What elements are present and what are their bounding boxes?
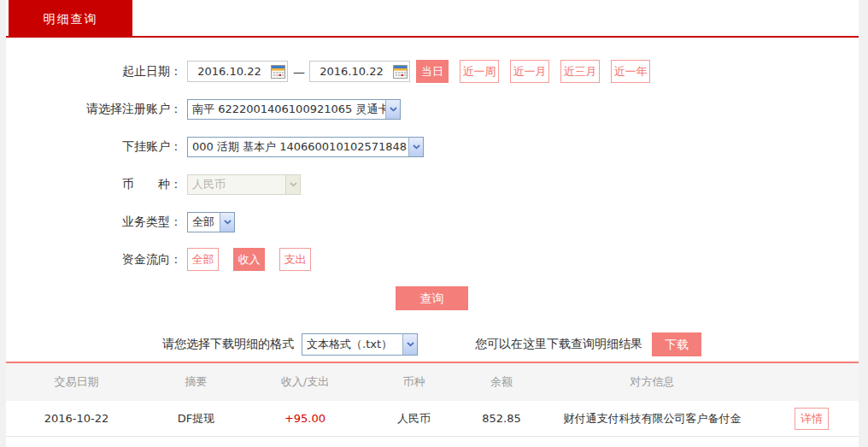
header-trade-date: 交易日期 — [6, 374, 147, 390]
end-date-field[interactable] — [309, 61, 410, 82]
business-type-row: 业务类型： 全部 — [6, 210, 859, 233]
quick-range-week-button[interactable]: 近一周 — [460, 60, 499, 83]
cell-trade-date: 2016-10-22 — [6, 412, 147, 425]
chevron-down-icon — [408, 138, 423, 156]
register-account-label: 请选择注册账户： — [6, 102, 182, 117]
query-button-row: 查询 — [6, 286, 859, 310]
fund-direction-row: 资金流向： 全部 收入 支出 — [6, 248, 859, 271]
calendar-icon[interactable] — [271, 65, 285, 79]
cell-amount: +95.00 — [245, 412, 365, 425]
download-format-label: 请您选择下载明细的格式 — [162, 337, 294, 352]
cell-summary: DF提现 — [147, 411, 245, 426]
table-header-row: 交易日期 摘要 收入/支出 币种 余额 对方信息 — [6, 363, 859, 401]
result-table: 交易日期 摘要 收入/支出 币种 余额 对方信息 2016-10-22 DF提现… — [6, 362, 859, 437]
register-account-row: 请选择注册账户： 南平 6222001406100921065 灵通卡 — [6, 97, 859, 121]
chevron-down-icon — [402, 334, 417, 355]
cell-action: 详情 — [765, 408, 859, 430]
start-date-field[interactable] — [187, 61, 288, 82]
calendar-icon[interactable] — [393, 65, 408, 79]
business-type-label: 业务类型： — [6, 215, 182, 230]
date-range-row: 起止日期： — [6, 60, 859, 83]
register-account-select[interactable]: 南平 6222001406100921065 灵通卡 — [187, 99, 401, 120]
chevron-down-icon — [285, 175, 300, 194]
sub-account-row: 下挂账户： 000 活期 基本户 140660010102571848 — [6, 135, 859, 158]
header-currency: 币种 — [365, 374, 463, 390]
date-range-label: 起止日期： — [6, 64, 182, 79]
start-date-input[interactable] — [188, 65, 271, 78]
tab-detail-query[interactable]: 明细查询 — [9, 0, 132, 38]
main-panel: 明细查询 起止日期： — [6, 0, 859, 447]
chevron-down-icon — [385, 100, 400, 119]
sub-account-select[interactable]: 000 活期 基本户 140660010102571848 — [187, 137, 424, 157]
quick-range-year-button[interactable]: 近一年 — [611, 60, 650, 83]
sub-account-label: 下挂账户： — [6, 139, 182, 155]
header-counterparty: 对方信息 — [540, 374, 765, 390]
quick-range-quarter-button[interactable]: 近三月 — [560, 60, 600, 83]
download-button[interactable]: 下载 — [652, 332, 701, 356]
business-type-value: 全部 — [188, 215, 220, 230]
download-row: 请您选择下载明细的格式 文本格式（.txt） 您可以在这里下载查询明细结果 下载 — [6, 332, 859, 356]
download-hint: 您可以在这里下载查询明细结果 — [475, 337, 642, 352]
sub-account-value: 000 活期 基本户 140660010102571848 — [188, 139, 408, 155]
header-summary: 摘要 — [147, 374, 245, 390]
chevron-down-icon — [220, 213, 234, 232]
fund-direction-income-button[interactable]: 收入 — [233, 248, 265, 271]
currency-select: 人民币 — [187, 174, 301, 195]
fund-direction-all-button[interactable]: 全部 — [187, 248, 219, 271]
download-format-select[interactable]: 文本格式（.txt） — [302, 333, 418, 356]
tab-bar: 明细查询 — [6, 0, 859, 38]
header-income-expense: 收入/支出 — [245, 374, 365, 390]
quick-range-today-button[interactable]: 当日 — [416, 60, 449, 83]
query-form: 起止日期： — [6, 38, 859, 356]
fund-direction-label: 资金流向： — [6, 252, 182, 268]
end-date-input[interactable] — [310, 65, 393, 78]
cell-currency: 人民币 — [365, 411, 463, 426]
business-type-select[interactable]: 全部 — [187, 212, 235, 232]
currency-label: 币 种： — [6, 177, 182, 192]
currency-row: 币 种： 人民币 — [6, 173, 859, 196]
currency-value: 人民币 — [188, 177, 285, 192]
cell-counterparty: 财付通支付科技有限公司客户备付金 — [540, 411, 765, 426]
download-format-value: 文本格式（.txt） — [302, 337, 402, 352]
query-button[interactable]: 查询 — [396, 286, 468, 310]
date-separator: — — [293, 65, 305, 79]
table-row: 2016-10-22 DF提现 +95.00 人民币 852.85 财付通支付科… — [6, 401, 859, 437]
detail-button[interactable]: 详情 — [795, 408, 829, 430]
cell-balance: 852.85 — [463, 412, 540, 425]
fund-direction-expense-button[interactable]: 支出 — [279, 248, 311, 271]
header-balance: 余额 — [463, 374, 540, 390]
register-account-value: 南平 6222001406100921065 灵通卡 — [188, 102, 385, 117]
quick-range-month-button[interactable]: 近一月 — [510, 60, 549, 83]
